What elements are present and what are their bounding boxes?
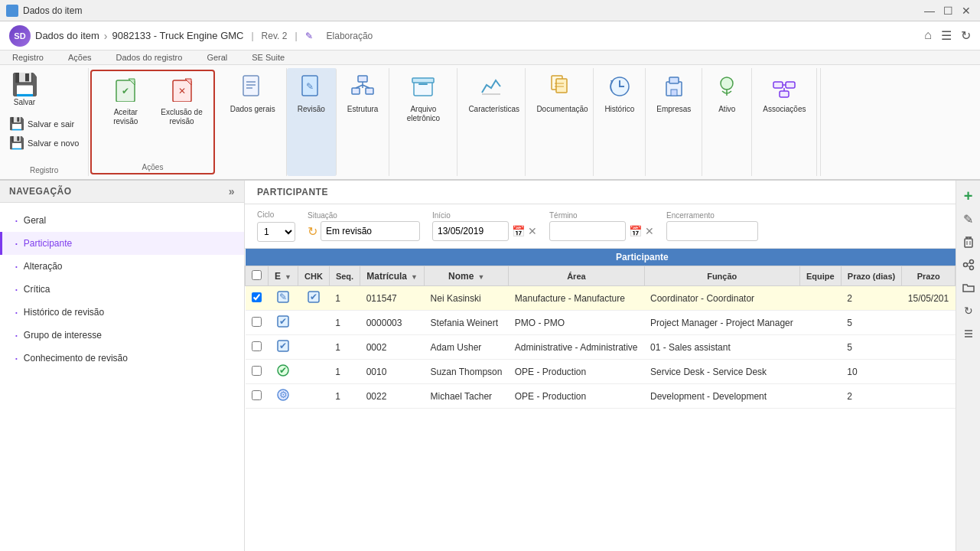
dados-gerais-button[interactable]: Dados gerais	[226, 71, 280, 117]
sidebar-item-grupo-interesse[interactable]: • Grupo de interesse	[0, 324, 244, 347]
svg-rect-29	[669, 77, 679, 83]
tab-registro[interactable]: Registro	[0, 51, 56, 64]
col-header-e[interactable]: E ▼	[269, 266, 298, 286]
row2-e: ✔	[269, 311, 298, 335]
row3-check[interactable]	[246, 335, 269, 360]
sidebar-nav: • Geral • Participante • Alteração • Crí…	[0, 203, 244, 376]
historico-button[interactable]: Histórico	[600, 71, 639, 117]
sidebar-collapse-button[interactable]: »	[229, 185, 235, 197]
col-header-prazo-dias[interactable]: Prazo (dias)	[841, 266, 902, 286]
inicio-input[interactable]	[432, 221, 509, 241]
delete-button[interactable]	[959, 233, 978, 251]
select-all-checkbox[interactable]	[252, 270, 262, 280]
svg-point-58	[969, 266, 973, 270]
tab-sesuite[interactable]: SE Suite	[239, 51, 297, 64]
sidebar-item-alteracao[interactable]: • Alteração	[0, 255, 244, 278]
split-button[interactable]	[959, 256, 978, 274]
cycle-select[interactable]: 1	[257, 222, 295, 242]
dados-gerais-icon	[240, 74, 265, 103]
refresh-icon[interactable]: ↻	[961, 28, 971, 43]
breadcrumb-sep1: |	[251, 31, 253, 41]
termino-input[interactable]	[549, 221, 626, 241]
row3-matricula: 0002	[360, 335, 425, 360]
menu-icon[interactable]: ☰	[941, 28, 952, 43]
caracteristicas-button[interactable]: Características	[464, 71, 519, 117]
salvar-sair-button[interactable]: 💾 Salvar e sair	[6, 115, 82, 132]
situacao-input[interactable]	[321, 221, 420, 241]
inicio-cal-icon[interactable]: 📅	[512, 225, 525, 237]
row1-check[interactable]	[246, 286, 269, 311]
row5-check[interactable]	[246, 384, 269, 409]
minimize-button[interactable]: —	[922, 3, 937, 18]
table-group-header-left	[246, 249, 330, 266]
sidebar-item-participante[interactable]: • Participante	[0, 232, 244, 255]
svg-rect-23	[556, 79, 567, 93]
row2-nome: Stefania Weinert	[425, 311, 509, 335]
ativo-button[interactable]: Ativo	[708, 71, 745, 117]
col-header-seq[interactable]: Seq.	[329, 266, 360, 286]
arquivo-button[interactable]: Arquivo eletrônico	[396, 71, 451, 126]
filter-row: Ciclo 1 Situação ↻ Início 📅 ✕	[245, 204, 956, 249]
col-header-matricula[interactable]: Matrícula ▼	[360, 266, 425, 286]
empresas-label: Empresas	[656, 105, 691, 114]
termino-clear-icon[interactable]: ✕	[645, 225, 654, 237]
sidebar-item-critica[interactable]: • Crítica	[0, 278, 244, 301]
col-header-area[interactable]: Área	[509, 266, 644, 286]
list-button[interactable]	[959, 324, 978, 343]
row5-chk	[298, 384, 330, 409]
row3-area: Administrative - Administrative	[509, 335, 644, 360]
aceitar-revisao-button[interactable]: ✔ Aceitar revisão	[98, 74, 153, 129]
table-body: ✎ ✔ 1 011547 Nei Kasinski Manufacture - …	[246, 286, 956, 409]
row2-chk	[298, 311, 330, 335]
svg-text:✔: ✔	[279, 316, 287, 327]
svg-rect-14	[366, 88, 373, 94]
breadcrumb-root[interactable]: Dados do item	[35, 30, 99, 41]
svg-rect-20	[418, 83, 428, 85]
maximize-button[interactable]: ☐	[940, 3, 956, 18]
table: Participante E ▼ CHK Seq. Matríc	[245, 249, 956, 409]
exclusao-revisao-button[interactable]: ✕ Exclusão de revisão	[156, 74, 207, 129]
col-header-equipe[interactable]: Equipe	[799, 266, 841, 286]
row1-matricula: 011547	[360, 286, 425, 311]
sidebar-item-geral[interactable]: • Geral	[0, 209, 244, 232]
row2-check[interactable]	[246, 311, 269, 335]
empresas-button[interactable]: Empresas	[652, 71, 695, 117]
salvar-sair-icon: 💾	[9, 116, 24, 131]
breadcrumb-item[interactable]: 9082133 - Truck Engine GMC	[112, 30, 244, 41]
acoes-buttons: ✔ Aceitar revisão ✕ Exclusão de	[98, 71, 207, 142]
col-header-prazo[interactable]: Prazo	[902, 266, 956, 286]
edit-button[interactable]: ✎	[959, 210, 978, 228]
add-button[interactable]: +	[959, 187, 978, 205]
associacoes-label: Associações	[763, 105, 806, 114]
inicio-clear-icon[interactable]: ✕	[528, 225, 537, 237]
aceitar-icon: ✔	[113, 77, 138, 106]
col-header-funcao[interactable]: Função	[644, 266, 799, 286]
title-bar-text: Dados do item	[23, 5, 922, 16]
salvar-label: Salvar	[14, 98, 35, 107]
salvar-novo-button[interactable]: 💾 Salvar e novo	[6, 134, 82, 152]
row3-prazo-dias: 5	[841, 335, 902, 360]
col-header-check[interactable]	[246, 266, 269, 286]
salvar-button[interactable]: 💾 Salvar	[6, 71, 43, 110]
e-sort-arrow: ▼	[285, 273, 291, 281]
tab-acoes[interactable]: Ações	[56, 51, 104, 64]
tab-dados-registro[interactable]: Dados do registro	[104, 51, 195, 64]
folder-button[interactable]	[959, 279, 978, 297]
historico-label: Histórico	[604, 105, 634, 114]
tab-geral[interactable]: Geral	[194, 51, 239, 64]
refresh-table-button[interactable]: ↻	[959, 302, 978, 320]
row4-check[interactable]	[246, 360, 269, 384]
home-icon[interactable]: ⌂	[924, 28, 932, 43]
col-header-nome[interactable]: Nome ▼	[425, 266, 509, 286]
sidebar-item-historico-revisao[interactable]: • Histórico de revisão	[0, 301, 244, 324]
associacoes-button[interactable]: Associações	[758, 71, 810, 117]
row5-equipe	[799, 384, 841, 409]
termino-cal-icon[interactable]: 📅	[629, 225, 642, 237]
documentacao-button[interactable]: Documentação	[532, 71, 587, 117]
encerramento-input[interactable]	[666, 221, 758, 241]
sidebar-item-conhecimento[interactable]: • Conhecimento de revisão	[0, 347, 244, 370]
estrutura-button[interactable]: Estrutura	[343, 71, 383, 117]
revisao-button[interactable]: ✎ Revisão	[293, 71, 330, 117]
close-button[interactable]: ✕	[959, 3, 974, 18]
col-header-chk[interactable]: CHK	[298, 266, 330, 286]
